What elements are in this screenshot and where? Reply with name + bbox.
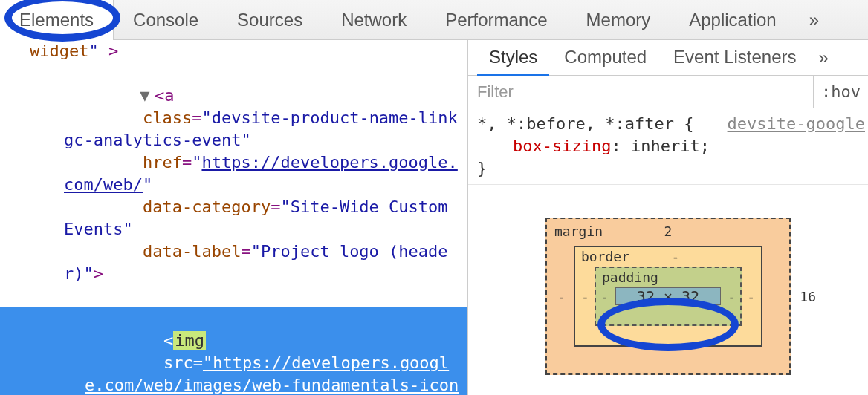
tab-memory[interactable]: Memory bbox=[567, 0, 670, 40]
styles-filter-row: :hov bbox=[468, 76, 868, 108]
devtools-main: widget" > ▼<a class="devsite-product-nam… bbox=[0, 40, 868, 395]
padding-right-value[interactable]: - bbox=[728, 289, 736, 304]
box-model-diagram[interactable]: margin 2 - border - - - padding - - bbox=[468, 185, 868, 395]
css-prop-value[interactable]: inherit bbox=[631, 137, 700, 155]
dom-line-truncated[interactable]: widget" > bbox=[0, 40, 467, 62]
content-dimensions: 32 × 32 bbox=[637, 287, 699, 305]
dom-line-img-selected[interactable]: <img src="https://developers.google.com/… bbox=[0, 307, 467, 395]
css-selector-text: *, *:before, *:after { bbox=[477, 114, 693, 133]
subtabs-overflow-icon[interactable]: » bbox=[812, 48, 836, 68]
padding-left-value[interactable]: - bbox=[600, 289, 609, 304]
margin-right-value[interactable]: 16 bbox=[800, 289, 816, 304]
css-rule-close: } bbox=[477, 157, 859, 180]
dom-line-a-open[interactable]: ▼<a class="devsite-product-name-link gc-… bbox=[0, 62, 467, 307]
tab-performance[interactable]: Performance bbox=[426, 0, 566, 40]
tab-console[interactable]: Console bbox=[114, 0, 218, 40]
border-left-value[interactable]: - bbox=[581, 289, 589, 304]
box-model-border-label: border bbox=[581, 249, 629, 264]
margin-left-value[interactable]: - bbox=[557, 289, 566, 304]
tab-network[interactable]: Network bbox=[322, 0, 426, 40]
tabs-overflow-icon[interactable]: » bbox=[796, 0, 832, 40]
box-model-margin-label: margin bbox=[554, 223, 603, 239]
disclosure-triangle-open[interactable]: ▼ bbox=[143, 85, 155, 107]
img-tag-highlight: img bbox=[173, 331, 206, 350]
box-model-content[interactable]: 32 × 32 bbox=[615, 287, 721, 305]
box-model-padding-label: padding bbox=[602, 270, 658, 285]
styles-subtabs: Styles Computed Event Listeners » bbox=[468, 40, 868, 76]
subtab-event-listeners[interactable]: Event Listeners bbox=[661, 40, 808, 76]
subtab-styles[interactable]: Styles bbox=[477, 40, 549, 76]
border-top-value[interactable]: - bbox=[672, 249, 680, 264]
devtools-top-tabs: Elements Console Sources Network Perform… bbox=[0, 0, 868, 40]
hover-toggle[interactable]: :hov bbox=[813, 76, 868, 108]
subtab-computed[interactable]: Computed bbox=[552, 40, 658, 76]
margin-top-value[interactable]: 2 bbox=[664, 223, 673, 239]
styles-panel: Styles Computed Event Listeners » :hov *… bbox=[468, 40, 868, 395]
css-rule-block[interactable]: *, *:before, *:after { devsite-google bo… bbox=[468, 108, 868, 185]
tab-elements[interactable]: Elements bbox=[0, 0, 114, 40]
tab-application[interactable]: Application bbox=[670, 0, 795, 40]
styles-filter-input[interactable] bbox=[468, 76, 813, 108]
tab-sources[interactable]: Sources bbox=[218, 0, 322, 40]
css-prop-name[interactable]: box-sizing bbox=[513, 137, 611, 155]
border-right-value[interactable]: - bbox=[747, 289, 755, 304]
dom-tree-panel[interactable]: widget" > ▼<a class="devsite-product-nam… bbox=[0, 40, 468, 395]
css-source-link[interactable]: devsite-google bbox=[728, 113, 865, 135]
